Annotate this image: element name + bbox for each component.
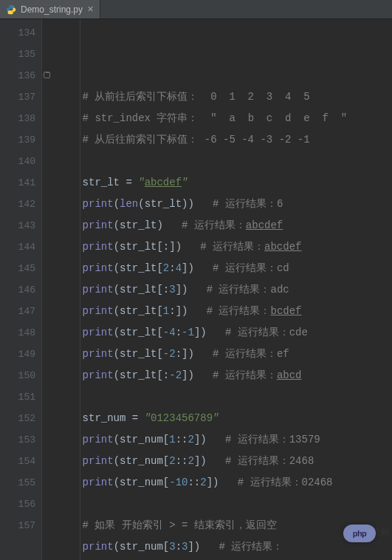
code-line [58,494,392,515]
code-line [58,151,392,172]
line-number: 151 [0,386,35,408]
line-number: 135 [0,44,35,65]
code-line: print(str_lt[:3]) # 运行结果：adc [58,279,392,301]
line-number: 138 [0,108,35,129]
code-line: print(str_num[-10::2]) # 运行结果：02468 [58,472,392,494]
line-number: 155 [0,472,35,494]
line-number: 150 [0,365,35,386]
python-file-icon [6,4,16,15]
line-number: 142 [0,194,35,215]
code-line: print(str_lt[-4:-1]) # 运行结果：cde [58,322,392,344]
code-line: print(len(str_lt)) # 运行结果：6 [58,194,392,215]
line-number: 154 [0,451,35,472]
code-line: str_num = "0123456789" [58,408,392,429]
code-line: print(str_num[2::2]) # 运行结果：2468 [58,451,392,472]
code-line: print(str_lt[2:4]) # 运行结果：cd [58,258,392,279]
line-number: 156 [0,494,35,515]
line-number: 146 [0,279,35,301]
code-line [58,386,392,408]
line-number: 145 [0,258,35,279]
code-area[interactable]: # 从前往后索引下标值： 0 1 2 3 4 5 # str_index 字符串… [52,19,392,560]
line-number: 136 [0,65,35,86]
tab-bar: Demo_string.py ✕ [0,0,392,19]
code-line: print(str_lt[:-2]) # 运行结果：abcd [58,365,392,386]
line-number: 134 [0,22,35,44]
code-line: # 从前往后索引下标值： 0 1 2 3 4 5 [58,86,392,108]
line-number: 157 [0,515,35,536]
code-editor[interactable]: 1341351361371381391401411421431441451461… [0,19,392,560]
code-line: print(str_num[3:3]) # 运行结果： [58,536,392,558]
code-line: print(str_lt[1:]) # 运行结果：bcdef [58,301,392,322]
code-line: # str_index 字符串： " a b c d e f " [58,108,392,129]
watermark: php中文网 [351,527,389,538]
tab-filename: Demo_string.py [21,4,83,15]
code-line: print(str_num[1::2]) # 运行结果：13579 [58,429,392,451]
fold-column [41,19,52,560]
line-number: 144 [0,236,35,258]
code-line: # 如果 开始索引 > = 结束索引，返回空 [58,515,392,536]
file-tab[interactable]: Demo_string.py ✕ [0,0,100,18]
line-number: 148 [0,322,35,344]
line-number: 139 [0,129,35,151]
line-number: 147 [0,301,35,322]
code-line: # 从后往前索引下标值： -6 -5 -4 -3 -2 -1 [58,129,392,151]
line-number: 149 [0,344,35,365]
line-number: 140 [0,151,35,172]
fold-toggle-icon[interactable] [44,72,50,78]
code-line: print(str_lt[-2:]) # 运行结果：ef [58,344,392,365]
line-number-gutter: 1341351361371381391401411421431441451461… [0,19,41,560]
line-number: 152 [0,408,35,429]
line-number: 137 [0,86,35,108]
line-number: 141 [0,172,35,194]
code-line: str_lt = "abcdef" [58,172,392,194]
line-number: 153 [0,429,35,451]
close-icon[interactable]: ✕ [87,4,94,14]
code-line: print(str_lt[:]) # 运行结果：abcdef [58,236,392,258]
line-number: 143 [0,215,35,236]
code-line: print(str_lt) # 运行结果：abcdef [58,215,392,236]
